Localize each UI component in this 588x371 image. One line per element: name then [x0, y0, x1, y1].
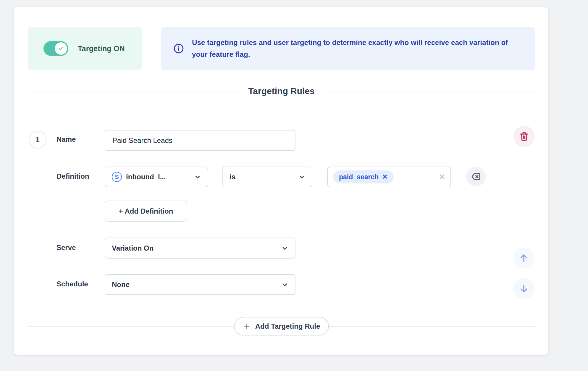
- rule-name-input[interactable]: [105, 130, 295, 151]
- serve-label: Serve: [56, 243, 76, 252]
- arrow-up-icon: [518, 252, 529, 264]
- value-chip: paid_search ✕: [333, 170, 394, 183]
- info-banner-text: Use targeting rules and user targeting t…: [192, 37, 523, 60]
- schedule-label: Schedule: [56, 280, 88, 288]
- comparator-dropdown[interactable]: is: [222, 167, 312, 187]
- info-icon: [173, 43, 184, 54]
- move-rule-up-button[interactable]: [513, 247, 534, 269]
- string-type-icon: S: [112, 172, 122, 182]
- definition-label: Definition: [56, 172, 89, 180]
- comparator-dropdown-value: is: [230, 173, 295, 181]
- remove-definition-button[interactable]: [466, 167, 486, 186]
- chevron-down-icon: [298, 173, 305, 180]
- clear-values-icon[interactable]: ✕: [439, 172, 445, 182]
- targeting-toggle[interactable]: [43, 41, 68, 56]
- toggle-knob: [55, 42, 67, 55]
- targeting-status-label: Targeting ON: [78, 44, 125, 53]
- schedule-dropdown[interactable]: None: [105, 274, 295, 295]
- trash-icon: [518, 131, 530, 142]
- chevron-down-icon: [281, 245, 288, 252]
- property-dropdown-value: inbound_l...: [126, 173, 190, 181]
- targeting-card: Targeting ON Use targeting rules and use…: [14, 7, 548, 355]
- add-targeting-rule-button[interactable]: Add Targeting Rule: [234, 317, 329, 335]
- serve-dropdown-value: Variation On: [112, 244, 278, 252]
- section-heading-row: Targeting Rules: [28, 84, 535, 98]
- chevron-down-icon: [194, 173, 201, 180]
- add-targeting-rule-label: Add Targeting Rule: [255, 322, 320, 330]
- delete-rule-button[interactable]: [513, 126, 535, 147]
- check-icon: [58, 46, 64, 51]
- serve-dropdown[interactable]: Variation On: [105, 238, 295, 259]
- name-label: Name: [56, 135, 76, 143]
- rule-index-badge: 1: [29, 131, 46, 149]
- schedule-dropdown-value: None: [112, 280, 278, 289]
- values-input[interactable]: paid_search ✕ ✕: [327, 167, 451, 187]
- divider-left: [28, 91, 240, 91]
- value-chip-label: paid_search: [339, 173, 379, 181]
- plus-icon: [243, 322, 251, 330]
- backspace-icon: [471, 171, 481, 182]
- property-dropdown[interactable]: S inbound_l...: [105, 167, 208, 187]
- targeting-toggle-panel: Targeting ON: [28, 27, 142, 70]
- remove-value-icon[interactable]: ✕: [382, 173, 387, 181]
- section-title: Targeting Rules: [240, 86, 322, 96]
- move-rule-down-button[interactable]: [513, 278, 534, 299]
- add-definition-button[interactable]: + Add Definition: [105, 201, 187, 222]
- info-banner: Use targeting rules and user targeting t…: [161, 27, 535, 70]
- divider-right: [322, 91, 535, 91]
- arrow-down-icon: [518, 283, 529, 294]
- chevron-down-icon: [281, 281, 288, 288]
